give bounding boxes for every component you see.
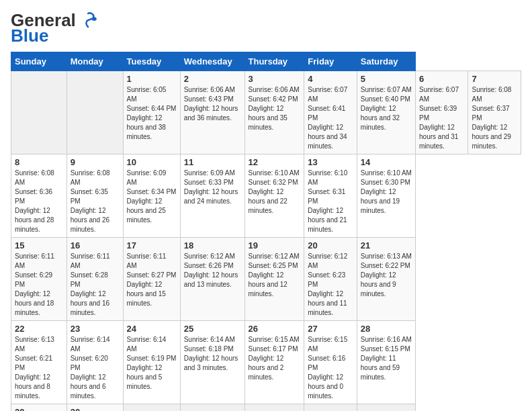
calendar-header-tuesday: Tuesday <box>123 52 180 71</box>
day-number: 29 <box>15 407 63 411</box>
calendar-week-row: 22Sunrise: 6:13 AMSunset: 6:21 PMDayligh… <box>11 321 521 404</box>
calendar-header-thursday: Thursday <box>245 52 304 71</box>
calendar-cell: 17Sunrise: 6:11 AMSunset: 6:27 PMDayligh… <box>123 238 180 321</box>
logo-bird-icon <box>79 11 97 30</box>
calendar-header-row: SundayMondayTuesdayWednesdayThursdayFrid… <box>11 52 521 71</box>
calendar-cell: 18Sunrise: 6:12 AMSunset: 6:26 PMDayligh… <box>180 238 245 321</box>
calendar-cell: 16Sunrise: 6:11 AMSunset: 6:28 PMDayligh… <box>66 238 123 321</box>
calendar-cell <box>357 404 415 411</box>
day-info: Sunrise: 6:07 AMSunset: 6:40 PMDaylight:… <box>361 85 412 132</box>
day-number: 9 <box>71 157 120 167</box>
day-number: 20 <box>308 240 353 250</box>
calendar-header-sunday: Sunday <box>11 52 67 71</box>
day-number: 7 <box>472 74 517 84</box>
calendar-cell: 4Sunrise: 6:07 AMSunset: 6:41 PMDaylight… <box>304 71 357 154</box>
day-info: Sunrise: 6:10 AMSunset: 6:32 PMDaylight:… <box>249 169 301 216</box>
calendar-cell: 23Sunrise: 6:14 AMSunset: 6:20 PMDayligh… <box>66 321 123 404</box>
day-info: Sunrise: 6:10 AMSunset: 6:30 PMDaylight:… <box>361 169 412 216</box>
day-number: 4 <box>308 74 353 84</box>
day-number: 13 <box>308 157 353 167</box>
calendar-header-monday: Monday <box>66 52 123 71</box>
day-info: Sunrise: 6:05 AMSunset: 6:44 PMDaylight:… <box>127 85 177 142</box>
day-info: Sunrise: 6:09 AMSunset: 6:33 PMDaylight:… <box>184 169 241 206</box>
calendar-cell: 29Sunrise: 6:16 AMSunset: 6:14 PMDayligh… <box>11 404 67 411</box>
calendar-table: SundayMondayTuesdayWednesdayThursdayFrid… <box>11 52 521 411</box>
day-info: Sunrise: 6:13 AMSunset: 6:21 PMDaylight:… <box>15 335 63 401</box>
day-info: Sunrise: 6:13 AMSunset: 6:22 PMDaylight:… <box>361 252 412 299</box>
calendar-header-saturday: Saturday <box>357 52 415 71</box>
day-info: Sunrise: 6:11 AMSunset: 6:27 PMDaylight:… <box>127 252 177 308</box>
calendar-cell: 26Sunrise: 6:15 AMSunset: 6:17 PMDayligh… <box>245 321 304 404</box>
day-info: Sunrise: 6:15 AMSunset: 6:16 PMDaylight:… <box>308 335 353 401</box>
calendar-cell: 22Sunrise: 6:13 AMSunset: 6:21 PMDayligh… <box>11 321 67 404</box>
day-number: 5 <box>361 74 412 84</box>
day-info: Sunrise: 6:12 AMSunset: 6:25 PMDaylight:… <box>249 252 301 299</box>
day-number: 18 <box>184 240 241 250</box>
day-info: Sunrise: 6:14 AMSunset: 6:19 PMDaylight:… <box>127 335 177 392</box>
calendar-cell <box>11 71 67 154</box>
day-info: Sunrise: 6:06 AMSunset: 6:42 PMDaylight:… <box>249 85 301 132</box>
calendar-cell: 6Sunrise: 6:07 AMSunset: 6:39 PMDaylight… <box>416 71 468 154</box>
day-number: 27 <box>308 324 353 334</box>
calendar-cell <box>245 404 304 411</box>
day-info: Sunrise: 6:08 AMSunset: 6:36 PMDaylight:… <box>15 169 63 234</box>
calendar-cell: 30Sunrise: 6:16 AMSunset: 6:13 PMDayligh… <box>66 404 123 411</box>
day-info: Sunrise: 6:14 AMSunset: 6:20 PMDaylight:… <box>71 335 120 401</box>
calendar-cell: 19Sunrise: 6:12 AMSunset: 6:25 PMDayligh… <box>245 238 304 321</box>
day-number: 17 <box>127 240 177 250</box>
calendar-cell: 20Sunrise: 6:12 AMSunset: 6:23 PMDayligh… <box>304 238 357 321</box>
calendar-body: 1Sunrise: 6:05 AMSunset: 6:44 PMDaylight… <box>11 71 521 411</box>
calendar-cell: 25Sunrise: 6:14 AMSunset: 6:18 PMDayligh… <box>180 321 245 404</box>
calendar-cell <box>180 404 245 411</box>
calendar-cell: 9Sunrise: 6:08 AMSunset: 6:35 PMDaylight… <box>66 154 123 238</box>
calendar-header-wednesday: Wednesday <box>180 52 245 71</box>
day-number: 16 <box>71 240 120 250</box>
day-number: 22 <box>15 324 63 334</box>
day-number: 1 <box>127 74 177 84</box>
day-number: 11 <box>184 157 241 167</box>
day-number: 30 <box>71 407 120 411</box>
calendar-cell: 12Sunrise: 6:10 AMSunset: 6:32 PMDayligh… <box>245 154 304 238</box>
day-number: 25 <box>184 324 241 334</box>
calendar-cell: 1Sunrise: 6:05 AMSunset: 6:44 PMDaylight… <box>123 71 180 154</box>
day-number: 24 <box>127 324 177 334</box>
calendar-cell <box>123 404 180 411</box>
calendar-header-friday: Friday <box>304 52 357 71</box>
calendar-week-row: 1Sunrise: 6:05 AMSunset: 6:44 PMDaylight… <box>11 71 521 154</box>
calendar-cell: 21Sunrise: 6:13 AMSunset: 6:22 PMDayligh… <box>357 238 415 321</box>
logo: General Blue <box>11 11 97 45</box>
day-info: Sunrise: 6:07 AMSunset: 6:41 PMDaylight:… <box>308 85 353 151</box>
calendar-cell <box>66 71 123 154</box>
day-number: 21 <box>361 240 412 250</box>
calendar-cell: 2Sunrise: 6:06 AMSunset: 6:43 PMDaylight… <box>180 71 245 154</box>
day-number: 26 <box>249 324 301 334</box>
calendar-cell: 10Sunrise: 6:09 AMSunset: 6:34 PMDayligh… <box>123 154 180 238</box>
day-info: Sunrise: 6:15 AMSunset: 6:17 PMDaylight:… <box>249 335 301 382</box>
day-number: 8 <box>15 157 63 167</box>
day-number: 3 <box>249 74 301 84</box>
day-number: 10 <box>127 157 177 167</box>
day-info: Sunrise: 6:12 AMSunset: 6:23 PMDaylight:… <box>308 252 353 318</box>
day-info: Sunrise: 6:12 AMSunset: 6:26 PMDaylight:… <box>184 252 241 289</box>
day-info: Sunrise: 6:07 AMSunset: 6:39 PMDaylight:… <box>419 85 464 151</box>
day-info: Sunrise: 6:08 AMSunset: 6:35 PMDaylight:… <box>71 169 120 234</box>
logo-blue: Blue <box>11 26 48 46</box>
day-info: Sunrise: 6:16 AMSunset: 6:15 PMDaylight:… <box>361 335 412 382</box>
calendar-cell: 11Sunrise: 6:09 AMSunset: 6:33 PMDayligh… <box>180 154 245 238</box>
day-number: 15 <box>15 240 63 250</box>
calendar-cell: 24Sunrise: 6:14 AMSunset: 6:19 PMDayligh… <box>123 321 180 404</box>
calendar-week-row: 29Sunrise: 6:16 AMSunset: 6:14 PMDayligh… <box>11 404 521 411</box>
day-info: Sunrise: 6:09 AMSunset: 6:34 PMDaylight:… <box>127 169 177 225</box>
page-header: General Blue <box>11 11 521 45</box>
day-info: Sunrise: 6:11 AMSunset: 6:28 PMDaylight:… <box>71 252 120 318</box>
calendar-cell: 3Sunrise: 6:06 AMSunset: 6:42 PMDaylight… <box>245 71 304 154</box>
calendar-cell: 8Sunrise: 6:08 AMSunset: 6:36 PMDaylight… <box>11 154 67 238</box>
day-number: 23 <box>71 324 120 334</box>
calendar-cell: 27Sunrise: 6:15 AMSunset: 6:16 PMDayligh… <box>304 321 357 404</box>
day-info: Sunrise: 6:11 AMSunset: 6:29 PMDaylight:… <box>15 252 63 318</box>
day-number: 14 <box>361 157 412 167</box>
day-number: 2 <box>184 74 241 84</box>
calendar-cell: 14Sunrise: 6:10 AMSunset: 6:30 PMDayligh… <box>357 154 415 238</box>
day-number: 28 <box>361 324 412 334</box>
day-number: 6 <box>419 74 464 84</box>
